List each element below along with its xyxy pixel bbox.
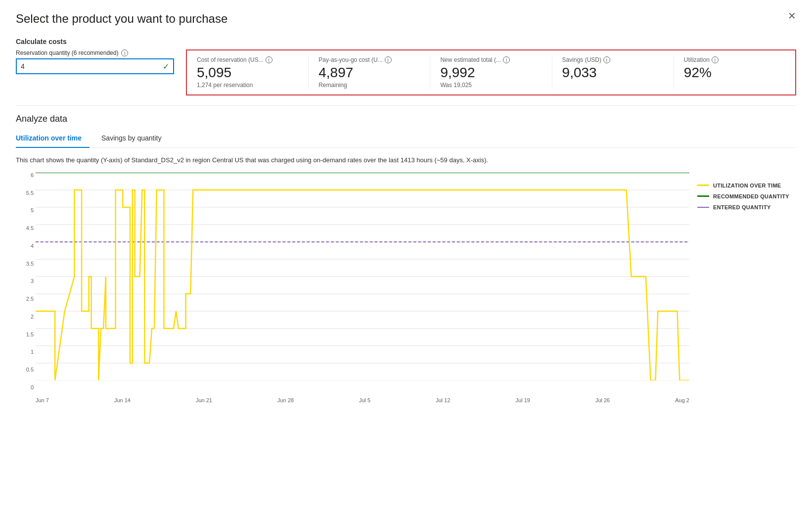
tabs: Utilization over time Savings by quantit… <box>16 130 796 148</box>
legend-recommended-line <box>697 195 709 197</box>
legend-entered-line <box>697 207 709 208</box>
y-label-15: 1.5 <box>16 332 34 337</box>
cost-reservation-info-icon[interactable]: i <box>266 56 272 63</box>
y-label-05: 0.5 <box>16 367 34 373</box>
x-label-jul26: Jul 26 <box>595 397 610 403</box>
y-label-5: 5 <box>16 208 34 213</box>
y-label-4: 4 <box>16 243 34 249</box>
y-label-0: 0 <box>16 385 34 390</box>
metric-cost-reservation: Cost of reservation (US... i 5,095 1,274… <box>187 56 309 89</box>
reservation-input-label: Reservation quantity (6 recommended) i <box>16 49 174 56</box>
chart-container: 0 0.5 1 1.5 2 2.5 3 3.5 4 4.5 5 5.5 6 <box>16 173 689 405</box>
chart-description: This chart shows the quantity (Y-axis) o… <box>16 156 796 165</box>
payg-info-icon[interactable]: i <box>385 56 392 63</box>
legend-recommended-label: RECOMMENDED QUANTITY <box>713 193 789 199</box>
metric-payg-value: 4,897 <box>318 65 420 81</box>
y-label-55: 5.5 <box>16 190 34 196</box>
legend-utilization-label: UTILIZATION OVER TIME <box>713 183 781 188</box>
metric-payg-sub: Remaining <box>318 82 420 89</box>
metric-savings-header: Savings (USD) i <box>562 56 664 63</box>
metric-new-estimated-value: 9,992 <box>440 65 541 81</box>
metric-utilization: Utilization i 92% <box>674 56 795 89</box>
reservation-info-icon[interactable]: i <box>121 49 128 56</box>
page-title: Select the product you want to purchase <box>16 12 796 26</box>
y-label-6: 6 <box>16 173 34 178</box>
metric-new-estimated: New estimated total (... i 9,992 Was 19,… <box>430 56 552 89</box>
legend-utilization: UTILIZATION OVER TIME <box>697 183 796 188</box>
legend-utilization-line <box>697 185 709 186</box>
y-label-2: 2 <box>16 314 34 320</box>
y-label-3: 3 <box>16 279 34 284</box>
divider <box>16 105 796 106</box>
metric-savings-value: 9,033 <box>562 65 664 81</box>
metric-cost-reservation-header: Cost of reservation (US... i <box>197 56 298 63</box>
metric-cost-reservation-value: 5,095 <box>197 65 298 81</box>
reservation-input-wrapper: ✓ <box>16 58 174 74</box>
close-button[interactable]: ✕ <box>788 10 796 22</box>
chart-svg <box>36 173 689 380</box>
savings-info-icon[interactable]: i <box>603 56 610 63</box>
x-label-aug2: Aug 2 <box>675 397 689 403</box>
metrics-box: Cost of reservation (US... i 5,095 1,274… <box>186 49 796 95</box>
metric-new-estimated-header: New estimated total (... i <box>440 56 541 63</box>
check-icon: ✓ <box>163 62 169 71</box>
x-label-jun28: Jun 28 <box>277 397 294 403</box>
calculate-section: Calculate costs Reservation quantity (6 … <box>16 38 796 95</box>
tab-utilization[interactable]: Utilization over time <box>16 130 90 148</box>
legend-recommended: RECOMMENDED QUANTITY <box>697 193 796 199</box>
calculate-row: Reservation quantity (6 recommended) i ✓… <box>16 49 796 95</box>
x-label-jun7: Jun 7 <box>36 397 49 403</box>
metric-savings: Savings (USD) i 9,033 <box>552 56 674 89</box>
y-label-45: 4.5 <box>16 226 34 231</box>
chart-area: 0 0.5 1 1.5 2 2.5 3 3.5 4 4.5 5 5.5 6 <box>16 173 796 405</box>
x-label-jul5: Jul 5 <box>359 397 370 403</box>
x-label-jul12: Jul 12 <box>436 397 450 403</box>
legend-entered-label: ENTERED QUANTITY <box>713 204 771 210</box>
new-estimated-info-icon[interactable]: i <box>503 56 510 63</box>
calculate-label: Calculate costs <box>16 38 796 46</box>
metric-new-estimated-sub: Was 19,025 <box>440 82 541 89</box>
metric-payg: Pay-as-you-go cost (U... i 4,897 Remaini… <box>309 56 430 89</box>
reservation-input-group: Reservation quantity (6 recommended) i ✓ <box>16 49 174 74</box>
metric-utilization-header: Utilization i <box>684 56 785 63</box>
x-axis-labels: Jun 7 Jun 14 Jun 21 Jun 28 Jul 5 Jul 12 … <box>36 395 689 405</box>
metric-cost-reservation-sub: 1,274 per reservation <box>197 82 298 89</box>
analyze-title: Analyze data <box>16 114 796 124</box>
x-label-jul19: Jul 19 <box>516 397 530 403</box>
chart-legend: UTILIZATION OVER TIME RECOMMENDED QUANTI… <box>697 173 796 405</box>
metric-payg-header: Pay-as-you-go cost (U... i <box>318 56 420 63</box>
y-axis-labels: 0 0.5 1 1.5 2 2.5 3 3.5 4 4.5 5 5.5 6 <box>16 173 34 390</box>
x-label-jun14: Jun 14 <box>114 397 131 403</box>
tab-savings[interactable]: Savings by quantity <box>101 130 169 148</box>
y-label-25: 2.5 <box>16 296 34 302</box>
x-label-jun21: Jun 21 <box>196 397 212 403</box>
utilization-info-icon[interactable]: i <box>712 56 719 63</box>
metric-utilization-value: 92% <box>684 65 785 81</box>
y-label-35: 3.5 <box>16 261 34 267</box>
chart-inner <box>36 173 689 380</box>
legend-entered: ENTERED QUANTITY <box>697 204 796 210</box>
reservation-quantity-input[interactable] <box>21 62 163 70</box>
y-label-1: 1 <box>16 349 34 355</box>
